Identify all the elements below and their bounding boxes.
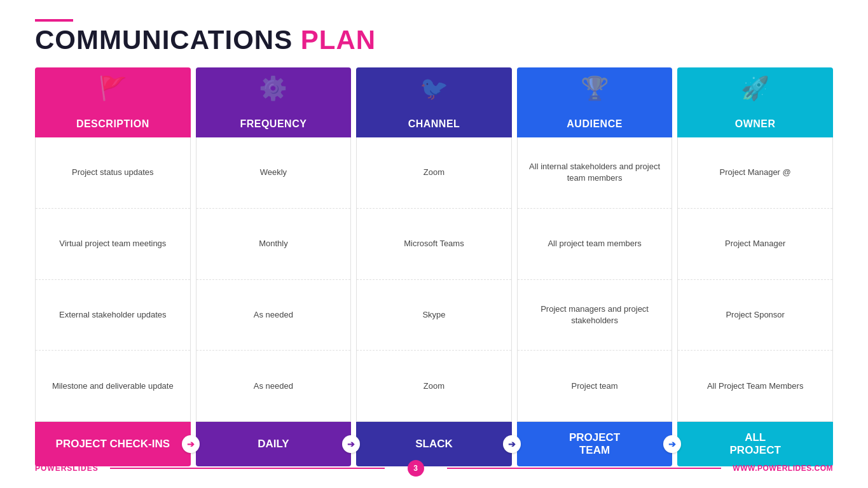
col-channel: Zoom Microsoft Teams Skype Zoom [356,137,512,422]
col-description: Project status updates Virtual project t… [35,137,191,422]
own-row-1: Project Manager [678,209,832,280]
desc-row-3: Milestone and deliverable update [36,351,190,421]
bottom-own-label: AllProject [730,431,781,457]
brand-bold: POWER [35,464,67,473]
header-row: 🚩 Description ⚙️ Frequency 🐦 Channel 🏆 A… [35,67,833,137]
data-rows: Project status updates Virtual project t… [35,137,833,422]
arrow-4: ➔ [663,435,681,453]
header-own-label: Owner [735,118,776,130]
col-audience: All internal stakeholders and project te… [517,137,673,422]
title-black: COMMUNICATIONS [35,25,293,55]
audience-icon: 🏆 [581,75,609,102]
arrow-2-icon: ➔ [347,439,355,450]
header-audience: 🏆 Audience [517,67,673,137]
header-frequency: ⚙️ Frequency [196,67,352,137]
own-row-2: Project Sponsor [678,280,832,351]
channel-icon: 🐦 [420,75,448,102]
desc-row-2: External stakeholder updates [36,280,190,351]
freq-row-0: Weekly [196,137,351,209]
header-aud-label: Audience [567,118,623,130]
header-description: 🚩 Description [35,67,191,137]
desc-row-0: Project status updates [36,137,190,209]
arrow-2: ➔ [342,435,360,453]
freq-row-3: As needed [196,351,351,421]
arrow-3-icon: ➔ [508,439,516,450]
footer: POWERSLIDES 3 WWW.POWERLIDES.COM [35,460,833,477]
slide: COMMUNICATIONS PLAN 🚩 Description ⚙️ Fre… [0,0,868,488]
header-channel: 🐦 Channel [356,67,512,137]
aud-row-2: Project managers and project stakeholder… [518,280,672,351]
frequency-icon: ⚙️ [259,75,287,102]
aud-row-0: All internal stakeholders and project te… [518,137,672,209]
freq-row-2: As needed [196,280,351,351]
page-title: COMMUNICATIONS PLAN [35,27,833,53]
own-row-3: All Project Team Members [678,351,832,421]
title-pink: PLAN [301,25,376,55]
main-content: 🚩 Description ⚙️ Frequency 🐦 Channel 🏆 A… [35,67,833,466]
arrow-4-icon: ➔ [668,439,676,450]
header-freq-label: Frequency [240,118,307,130]
footer-page: 3 [408,460,424,477]
owner-icon: 🚀 [741,75,769,102]
title-line [35,19,73,22]
bottom-desc-label: Project Check-Ins [56,438,170,450]
aud-row-1: All project team members [518,209,672,280]
col-owner: Project Manager @ Project Manager Projec… [677,137,833,422]
bottom-chan-label: Slack [415,438,453,450]
arrow-1-icon: ➔ [187,439,195,450]
header-desc-label: Description [76,118,149,130]
own-row-0: Project Manager @ [678,137,832,209]
footer-brand: POWERSLIDES [35,464,99,473]
aud-row-3: Project team [518,351,672,421]
arrow-3: ➔ [503,435,521,453]
brand-normal: SLIDES [67,464,98,473]
header-chan-label: Channel [408,118,460,130]
col-frequency: Weekly Monthly As needed As needed [196,137,352,422]
bottom-aud-label: ProjectTeam [569,431,620,457]
chan-row-0: Zoom [357,137,511,209]
footer-line-left [110,468,385,469]
header-owner: 🚀 Owner [677,67,833,137]
arrow-1: ➔ [182,435,200,453]
freq-row-1: Monthly [196,209,351,280]
chan-row-2: Skype [357,280,511,351]
desc-row-1: Virtual project team meetings [36,209,190,280]
footer-line-right [447,468,722,469]
description-icon: 🚩 [99,75,127,102]
bottom-freq-label: Daily [258,438,289,450]
chan-row-3: Zoom [357,351,511,421]
chan-row-1: Microsoft Teams [357,209,511,280]
title-area: COMMUNICATIONS PLAN [35,19,833,53]
footer-url: WWW.POWERLIDES.COM [733,464,833,473]
